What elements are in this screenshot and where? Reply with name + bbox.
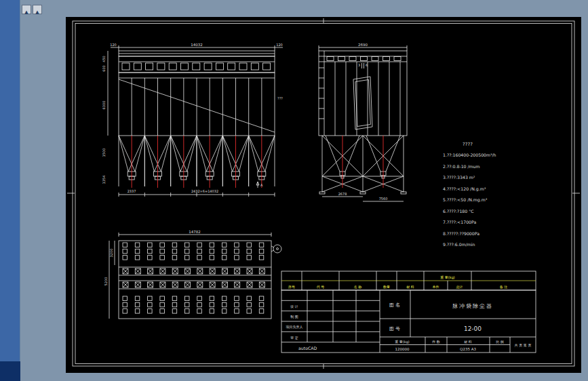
bom-table: 重 量(kg) 序号 代 号 名 称 数量 材 料 单件 总计 备 注 — [281, 271, 536, 290]
drawing-no-label: 图 号 — [389, 326, 400, 332]
title-row-label: 项目负责人 — [286, 325, 303, 329]
left-toolbar — [0, 0, 20, 381]
dim-label: 14032 — [191, 43, 203, 47]
spec-line: 5.????:<50 /N.mg.m³ — [443, 197, 488, 203]
balloon-label: 6 — [366, 63, 368, 67]
drawing-no-value: 12-00 — [464, 325, 482, 332]
drawing-canvas[interactable]: 14032 120 120 450 600 6000 1500 1354 ???… — [66, 17, 581, 373]
app-icon-2[interactable] — [33, 5, 42, 14]
spec-line: 7.????:<1700Pa — [443, 220, 477, 224]
dim-label: 14782 — [189, 230, 201, 234]
dim-label: 600 — [102, 65, 106, 72]
weight-value: 120000 — [395, 347, 410, 351]
dim-label: 7560 — [379, 197, 388, 201]
qty-label: 件 数 — [431, 340, 440, 344]
dim-label: 6000 — [102, 101, 106, 110]
dim-label: 2337 — [128, 189, 136, 193]
dim-label: 2432×6=14032 — [191, 189, 218, 193]
drawing-name-value: 脉冲袋除尘器 — [452, 303, 493, 309]
title-row-label: 制 图 — [290, 315, 298, 319]
spec-line: 8.?????:??9000Pa — [443, 231, 479, 236]
triangle-icon — [24, 3, 28, 16]
spec-notes: ???? 1.??:160400-200500m³/h 2.??:0.8-10 … — [443, 142, 496, 247]
bom-header: 名 称 — [354, 285, 362, 289]
material-value: Q235 A3 — [460, 347, 476, 351]
dim-label: 2690 — [358, 43, 368, 47]
title-block: 设 计 制 图 项目负责人 审 定 autoCAD 图 名 脉冲袋除尘器 图 号… — [281, 290, 536, 353]
drawing-name-label: 图 名 — [389, 302, 400, 308]
plan-view: 14782 3200 5200 — [104, 230, 281, 319]
manifold-strip-1 — [123, 268, 264, 274]
left-toolbar-corner — [0, 361, 20, 381]
bom-header: 单件 — [433, 285, 439, 289]
dim-label: 1500 — [102, 148, 106, 157]
dim-label: 450 — [102, 56, 106, 62]
title-row-label: 设 计 — [290, 304, 298, 308]
dim-label: 120 — [276, 43, 283, 47]
dim-label: 5200 — [104, 277, 108, 286]
triangle-icon — [35, 3, 39, 16]
bom-header: 序号 — [288, 285, 295, 289]
spec-title: ???? — [463, 142, 473, 147]
material-label: 材 料 — [463, 340, 472, 344]
dim-label: 1354 — [102, 176, 106, 184]
dim-label: 3200 — [109, 249, 113, 258]
spec-line: 2.??:0.8-10 /mum — [443, 164, 480, 169]
app-icon-1[interactable] — [22, 5, 31, 14]
compartment-lines — [132, 78, 262, 136]
spec-line: 3.????:3343 m² — [443, 175, 475, 180]
hopper-row — [119, 136, 275, 188]
dim-label: 120 — [110, 43, 117, 47]
bom-header: 总计 — [456, 285, 463, 289]
spec-line: 4.????:<120 /N.g.m³ — [443, 186, 486, 192]
bom-header: 材 料 — [406, 285, 414, 289]
bom-header: 代 号 — [317, 285, 325, 289]
spec-line: 9.???:6.0m/min — [443, 242, 475, 247]
front-elevation-view: 14032 120 120 450 600 6000 1500 1354 ???… — [102, 43, 283, 197]
software-label: autoCAD — [298, 346, 317, 350]
bom-header: 数量 — [383, 285, 390, 289]
pulse-header-row — [327, 57, 401, 61]
sheet-frame — [67, 18, 580, 369]
balloon-label: 3 — [358, 63, 360, 67]
dim-label: 2678 — [338, 192, 347, 196]
side-elevation-view: 2690 3 6 2678 7560 — [319, 43, 407, 201]
title-row-label: 审 定 — [290, 336, 298, 340]
valve-grid-top — [123, 243, 264, 260]
spec-line: 6.????:?180 °C — [443, 209, 474, 214]
scale-label: 比 例 — [496, 340, 504, 344]
pages-label: 共 页 第 页 — [515, 343, 532, 347]
valve-grid-bottom — [123, 296, 264, 313]
bom-span-header: 重 量(kg) — [440, 275, 455, 280]
weight-label: 重 量(kg) — [395, 340, 410, 344]
dim-label: ??? — [277, 96, 283, 100]
spec-line: 1.??:160400-200500m³/h — [443, 153, 496, 157]
manifold-strip-2 — [123, 282, 264, 287]
compartment-lines — [335, 62, 400, 136]
bom-header: 备 注 — [500, 285, 508, 289]
section-marker: A — [260, 183, 263, 187]
pulse-header-row — [122, 63, 271, 70]
